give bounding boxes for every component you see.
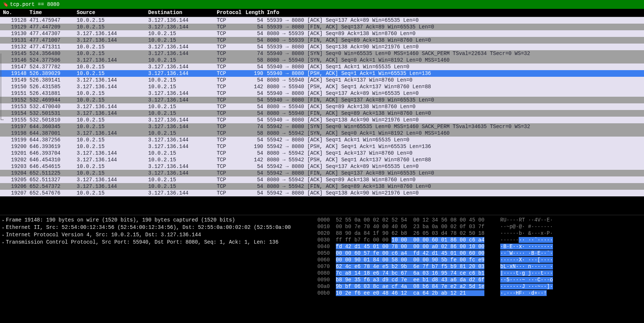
packet-row[interactable]: 19153532.4700403.127.136.14410.0.2.15TCP… xyxy=(0,103,644,110)
packet-details-pane[interactable]: Frame 19148: 190 bytes on wire (1520 bit… xyxy=(0,215,315,323)
hex-ascii[interactable]: RU····RT ··4V··E···~p@·@· #·············… xyxy=(494,217,642,322)
col-header-destination[interactable]: Destination xyxy=(148,10,217,16)
packet-row[interactable]: 19152532.46994410.0.2.153.127.136.144TCP… xyxy=(0,97,644,103)
col-header-info[interactable]: Info xyxy=(265,10,644,16)
packet-row[interactable]: 19131477.4710073.127.136.14410.0.2.15TCP… xyxy=(0,37,644,44)
col-header-source[interactable]: Source xyxy=(77,10,148,16)
packet-row[interactable]: 19146524.3775063.127.136.14410.0.2.15TCP… xyxy=(0,57,644,63)
packet-row[interactable]: 19199644.38725610.0.2.153.127.136.144TCP… xyxy=(0,137,644,143)
packet-row[interactable]: 19207652.54767610.0.2.153.127.136.144TCP… xyxy=(0,190,644,196)
packet-row[interactable]: 19129477.44720910.0.2.153.127.136.144TCP… xyxy=(0,24,644,30)
col-header-length[interactable]: Length xyxy=(246,10,265,16)
packet-row[interactable]: 19132477.47131110.0.2.153.127.136.144TCP… xyxy=(0,44,644,50)
packet-row[interactable]: 19154532.5015313.127.136.14410.0.2.15TCP… xyxy=(0,110,644,117)
details-tree-item[interactable]: Frame 19148: 190 bytes on wire (1520 bit… xyxy=(2,217,313,224)
packet-list-header[interactable]: No. Time Source Destination Protocol Len… xyxy=(0,9,644,17)
display-filter-bar[interactable]: 🔖 xyxy=(0,0,644,9)
packet-row[interactable]: 19147524.37778210.0.2.153.127.136.144TCP… xyxy=(0,63,644,70)
packet-row[interactable]: 19200646.39361910.0.2.153.127.136.144TCP… xyxy=(0,143,644,150)
packet-row[interactable]: 19202646.4543103.127.136.14410.0.2.15TCP… xyxy=(0,157,644,163)
display-filter-input[interactable] xyxy=(10,1,641,7)
hex-offsets: 0000001000200030004000500060007000800090… xyxy=(317,217,336,322)
bookmark-icon: 🔖 xyxy=(3,2,8,7)
packet-row[interactable]: 19148526.38902910.0.2.153.127.136.144TCP… xyxy=(0,70,644,77)
packet-row[interactable]: 19128471.47594710.0.2.153.127.136.144TCP… xyxy=(0,17,644,24)
packet-row[interactable]: 19149526.3891413.127.136.14410.0.2.15TCP… xyxy=(0,77,644,83)
details-tree-item[interactable]: Internet Protocol Version 4, Src: 10.0.2… xyxy=(2,231,313,239)
hex-bytes[interactable]: 52 55 0a 00 02 02 52 54 00 12 34 56 08 0… xyxy=(336,217,494,322)
packet-row[interactable]: 19145524.35648010.0.2.153.127.136.144TCP… xyxy=(0,50,644,57)
packet-row[interactable]: 19130477.4473073.127.136.14410.0.2.15TCP… xyxy=(0,30,644,37)
col-header-no[interactable]: No. xyxy=(0,10,29,16)
details-tree-item[interactable]: Transmission Control Protocol, Src Port:… xyxy=(2,239,313,246)
details-tree-item[interactable]: Ethernet II, Src: 52:54:00:12:34:56 (52:… xyxy=(2,224,313,231)
packet-row[interactable]: 19198644.3870013.127.136.14410.0.2.15TCP… xyxy=(0,130,644,137)
packet-row[interactable]: 19203646.45461510.0.2.153.127.136.144TCP… xyxy=(0,163,644,170)
packet-list[interactable]: 19128471.47594710.0.2.153.127.136.144TCP… xyxy=(0,17,644,215)
packet-row[interactable]: 19150526.4315853.127.136.14410.0.2.15TCP… xyxy=(0,83,644,90)
packet-bytes-pane[interactable]: 0000001000200030004000500060007000800090… xyxy=(315,215,644,323)
packet-row[interactable]: 19197644.36034510.0.2.153.127.136.144TCP… xyxy=(0,123,644,130)
col-header-protocol[interactable]: Protocol xyxy=(217,10,246,16)
packet-row[interactable]: 19206652.5473723.127.136.14410.0.2.15TCP… xyxy=(0,183,644,190)
packet-row[interactable]: 19151526.43188110.0.2.153.127.136.144TCP… xyxy=(0,90,644,97)
col-header-time[interactable]: Time xyxy=(29,10,77,16)
packet-row[interactable]: 19205652.5113273.127.136.14410.0.2.15TCP… xyxy=(0,176,644,183)
packet-row[interactable]: 19201646.3937043.127.136.14410.0.2.15TCP… xyxy=(0,150,644,157)
packet-row[interactable]: 19155532.50181010.0.2.153.127.136.144TCP… xyxy=(0,117,644,123)
packet-row[interactable]: 19204652.51122510.0.2.153.127.136.144TCP… xyxy=(0,170,644,176)
